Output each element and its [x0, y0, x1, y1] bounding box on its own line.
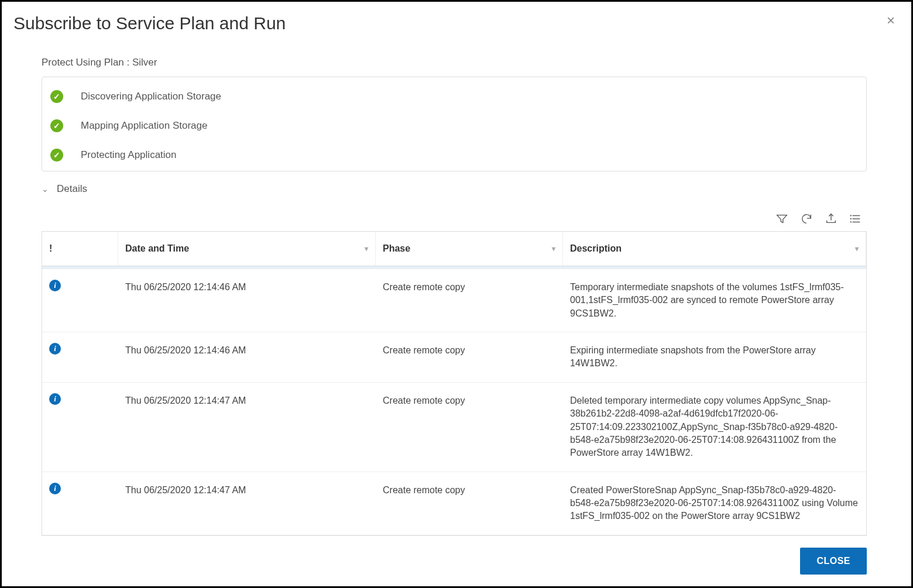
details-label: Details — [57, 183, 87, 195]
cell-phase: Create remote copy — [376, 269, 563, 332]
step-label: Mapping Application Storage — [81, 120, 207, 132]
cell-date: Thu 06/25/2020 12:14:47 AM — [118, 472, 376, 535]
step-row: ✓ Discovering Application Storage — [50, 84, 858, 114]
cell-date: Thu 06/25/2020 12:14:46 AM — [118, 332, 376, 382]
cell-phase: Create remote copy — [376, 383, 563, 472]
plan-label: Protect Using Plan : Silver — [42, 57, 867, 68]
refresh-icon[interactable] — [800, 212, 813, 225]
cell-description: Created PowerStoreSnap AppSync_Snap-f35b… — [563, 472, 866, 535]
column-header-description[interactable]: Description ▾ — [563, 232, 866, 266]
svg-point-5 — [850, 222, 851, 222]
details-toggle[interactable]: ⌄ Details — [42, 183, 867, 195]
filter-icon[interactable]: ▾ — [365, 245, 368, 253]
cell-date: Thu 06/25/2020 12:14:41 AM — [118, 266, 376, 269]
dialog-footer: CLOSE — [42, 536, 867, 575]
table-body[interactable]: iThu 06/25/2020 12:14:41 AMCreate remote… — [42, 266, 866, 535]
check-icon: ✓ — [50, 119, 63, 132]
dialog-header: Subscribe to Service Plan and Run × — [13, 13, 895, 33]
table-header: ! Date and Time ▾ Phase ▾ Description ▾ — [42, 232, 866, 266]
table-row[interactable]: iThu 06/25/2020 12:14:47 AMCreate remote… — [42, 472, 866, 535]
dialog-title: Subscribe to Service Plan and Run — [13, 13, 286, 33]
svg-point-3 — [850, 215, 851, 216]
step-label: Discovering Application Storage — [81, 91, 221, 102]
dialog: Subscribe to Service Plan and Run × Prot… — [2, 2, 911, 586]
cell-phase: Create remote copy — [376, 332, 563, 382]
step-row: ✓ Protecting Application — [50, 143, 858, 167]
check-icon: ✓ — [50, 149, 63, 161]
info-icon: i — [49, 393, 61, 405]
dialog-content: Protect Using Plan : Silver ✓ Discoverin… — [13, 57, 895, 575]
cell-description: Temporary intermediate snapshots of the … — [563, 269, 866, 332]
cell-phase: Create remote copy — [376, 266, 563, 269]
cell-phase: Create remote copy — [376, 472, 563, 535]
info-icon: i — [49, 483, 61, 494]
filter-icon[interactable]: ▾ — [855, 245, 859, 253]
cell-level: i — [42, 266, 118, 269]
filter-icon[interactable]: ▾ — [552, 245, 555, 253]
table-row[interactable]: iThu 06/25/2020 12:14:46 AMCreate remote… — [42, 269, 866, 332]
column-header-phase[interactable]: Phase ▾ — [376, 232, 563, 266]
cell-date: Thu 06/25/2020 12:14:46 AM — [118, 269, 376, 332]
column-header-date[interactable]: Date and Time ▾ — [118, 232, 376, 266]
export-icon[interactable] — [825, 212, 838, 225]
cell-description: Expiring intermediate snapshots from the… — [563, 332, 866, 382]
events-table: ! Date and Time ▾ Phase ▾ Description ▾ … — [42, 231, 867, 536]
close-icon[interactable]: × — [887, 13, 895, 27]
cell-level: i — [42, 332, 118, 382]
table-row[interactable]: iThu 06/25/2020 12:14:47 AMCreate remote… — [42, 383, 866, 472]
cell-level: i — [42, 269, 118, 332]
filter-icon[interactable] — [775, 212, 788, 225]
column-header-level[interactable]: ! — [42, 232, 118, 266]
cell-level: i — [42, 383, 118, 472]
check-icon: ✓ — [50, 90, 63, 103]
cell-description: Deleted temporary intermediate copy volu… — [563, 383, 866, 472]
chevron-down-icon: ⌄ — [42, 184, 49, 194]
info-icon: i — [49, 280, 61, 291]
list-icon[interactable] — [849, 212, 862, 225]
cell-level: i — [42, 472, 118, 535]
table-toolbar — [42, 212, 867, 225]
step-label: Protecting Application — [81, 149, 177, 161]
cell-description: Synchronization operation completed for … — [563, 266, 866, 269]
close-button[interactable]: CLOSE — [800, 548, 867, 575]
steps-panel: ✓ Discovering Application Storage ✓ Mapp… — [42, 77, 867, 171]
step-row: ✓ Mapping Application Storage — [50, 114, 858, 143]
svg-point-4 — [850, 219, 851, 219]
cell-date: Thu 06/25/2020 12:14:47 AM — [118, 383, 376, 472]
table-row[interactable]: iThu 06/25/2020 12:14:46 AMCreate remote… — [42, 332, 866, 383]
info-icon: i — [49, 343, 61, 355]
